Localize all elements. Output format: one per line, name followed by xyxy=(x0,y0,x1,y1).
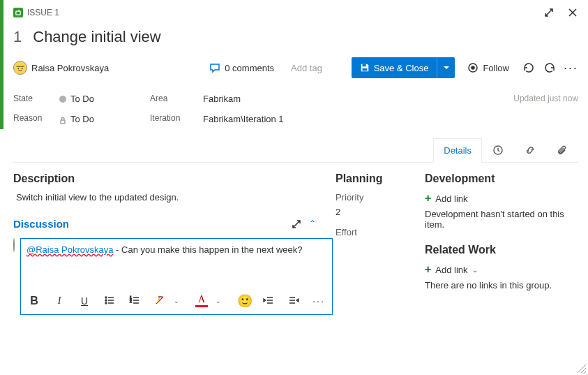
svg-point-2 xyxy=(17,68,19,69)
work-item-pane: ISSUE 1 1 Change initial view Raisa Pokr… xyxy=(3,0,588,375)
development-add-link[interactable]: + Add link xyxy=(425,192,578,205)
resize-grip[interactable] xyxy=(577,364,587,374)
add-tag-button[interactable]: Add tag xyxy=(291,63,322,73)
development-note: Development hasn't started on this item. xyxy=(425,209,578,230)
follow-label: Follow xyxy=(483,63,509,73)
iteration-field[interactable]: Fabrikam\Iteration 1 xyxy=(203,114,342,124)
related-heading: Related Work xyxy=(425,244,578,256)
work-item-title[interactable]: Change initial view xyxy=(33,28,160,46)
clear-format-dropdown[interactable]: ⌄ xyxy=(170,297,183,304)
bold-button[interactable]: B xyxy=(28,295,40,307)
tab-links[interactable] xyxy=(514,138,546,162)
planning-heading: Planning xyxy=(336,172,405,185)
column-right: Development + Add link Development hasn'… xyxy=(425,172,578,315)
outdent-button[interactable] xyxy=(262,295,275,308)
svg-point-7 xyxy=(472,66,474,69)
mention[interactable]: @Raisa Pokrovskaya xyxy=(27,244,113,255)
priority-label: Priority xyxy=(336,192,405,203)
svg-rect-4 xyxy=(362,64,365,67)
svg-point-3 xyxy=(22,68,23,69)
development-heading: Development xyxy=(425,172,578,185)
comment-editor[interactable]: @Raisa Pokrovskaya - Can you make this h… xyxy=(20,238,333,315)
emoji-button[interactable]: 🙂 xyxy=(237,293,250,309)
undo-icon[interactable] xyxy=(543,61,557,75)
column-planning: Planning Priority 2 Effort xyxy=(336,172,405,315)
toolbar-more-button[interactable]: ··· xyxy=(312,295,325,307)
chevron-down-icon: ⌄ xyxy=(472,266,478,274)
discussion-collapse-icon[interactable]: ⌃ xyxy=(309,219,316,230)
description-heading: Description xyxy=(13,172,316,185)
assignee-name: Raisa Pokrovskaya xyxy=(31,63,109,73)
tabs-row: Details xyxy=(13,138,578,163)
fields-row: State Reason To Do To Do Area Iteration … xyxy=(13,94,578,124)
expand-icon[interactable] xyxy=(543,7,555,18)
updated-timestamp: Updated just now xyxy=(513,94,578,124)
ordered-list-button[interactable]: 12 xyxy=(128,295,141,308)
underline-button[interactable]: U xyxy=(78,295,91,307)
assignee[interactable]: Raisa Pokrovskaya xyxy=(13,61,109,75)
topbar: ISSUE 1 xyxy=(13,7,578,18)
plus-icon: + xyxy=(425,192,431,205)
save-label: Save & Close xyxy=(374,63,429,73)
refresh-icon[interactable] xyxy=(522,61,536,75)
work-item-type-label: ISSUE 1 xyxy=(27,8,59,17)
main-columns: Description Switch initial view to the u… xyxy=(13,172,578,315)
svg-rect-5 xyxy=(362,68,367,71)
comments-count: 0 comments xyxy=(225,63,274,73)
more-actions-icon[interactable]: ··· xyxy=(564,61,578,74)
italic-button[interactable]: I xyxy=(53,295,66,307)
svg-text:2: 2 xyxy=(130,299,132,303)
discussion-header: Discussion ⌃ xyxy=(13,218,316,230)
close-icon[interactable] xyxy=(567,7,578,18)
discussion-body: @Raisa Pokrovskaya - Can you make this h… xyxy=(13,238,316,315)
follow-button[interactable]: Follow xyxy=(462,57,515,78)
tab-history[interactable] xyxy=(482,138,514,162)
reason-label: Reason xyxy=(13,113,59,123)
related-note: There are no links in this group. xyxy=(425,280,578,291)
clear-format-button[interactable] xyxy=(153,295,166,308)
plus-icon: + xyxy=(425,263,431,276)
description-text[interactable]: Switch initial view to the updated desig… xyxy=(13,192,316,203)
issue-type-icon xyxy=(13,8,23,17)
reason-field[interactable]: To Do xyxy=(59,114,150,124)
priority-value[interactable]: 2 xyxy=(336,207,405,217)
font-color-dropdown[interactable]: ⌄ xyxy=(212,297,225,304)
svg-point-13 xyxy=(105,300,107,301)
editor-toolbar: B I U 12 ⌄ A ⌄ 🙂 ··· xyxy=(27,291,326,309)
area-label: Area xyxy=(150,94,203,103)
effort-label: Effort xyxy=(336,227,405,237)
title-row: 1 Change initial view xyxy=(13,28,578,46)
column-left: Description Switch initial view to the u… xyxy=(13,172,316,315)
save-dropdown[interactable] xyxy=(437,57,455,78)
comment-text[interactable]: @Raisa Pokrovskaya - Can you make this h… xyxy=(27,244,326,255)
state-label: State xyxy=(13,94,59,103)
discussion-heading: Discussion xyxy=(13,218,69,230)
save-close-button[interactable]: Save & Close xyxy=(352,57,455,78)
area-field[interactable]: Fabrikam xyxy=(203,94,342,104)
work-item-type: ISSUE 1 xyxy=(13,8,59,17)
avatar xyxy=(13,61,27,75)
font-color-button[interactable]: A xyxy=(195,295,208,307)
svg-rect-0 xyxy=(16,11,20,15)
window-controls xyxy=(543,7,578,18)
lock-icon xyxy=(59,116,66,123)
iteration-label: Iteration xyxy=(150,113,203,123)
state-dot-icon xyxy=(59,96,66,103)
bullet-list-button[interactable] xyxy=(103,295,116,308)
state-field[interactable]: To Do xyxy=(59,94,150,104)
svg-point-1 xyxy=(15,62,26,73)
indent-button[interactable] xyxy=(287,295,300,308)
related-add-link[interactable]: + Add link ⌄ xyxy=(425,263,578,276)
comments-button[interactable]: 0 comments xyxy=(209,62,274,73)
svg-point-14 xyxy=(105,302,107,304)
svg-point-12 xyxy=(105,297,107,298)
comment-avatar xyxy=(13,238,15,252)
svg-rect-8 xyxy=(61,120,65,124)
work-item-id: 1 xyxy=(13,28,22,46)
discussion-expand-icon[interactable] xyxy=(291,219,302,230)
tab-details[interactable]: Details xyxy=(433,138,482,163)
meta-row: Raisa Pokrovskaya 0 comments Add tag Sav… xyxy=(13,57,578,78)
tab-attachments[interactable] xyxy=(546,138,578,162)
meta-right: Save & Close Follow ··· xyxy=(352,57,578,78)
